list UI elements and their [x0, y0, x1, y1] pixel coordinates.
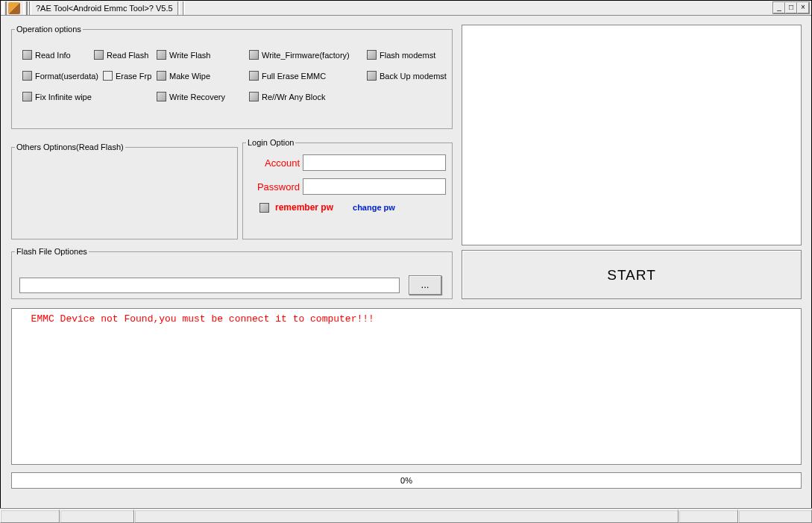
checkbox-icon — [94, 50, 104, 60]
checkbox-icon — [22, 50, 32, 60]
statusbar-cell-3 — [134, 510, 679, 523]
checkbox-label: Read Flash — [107, 51, 148, 60]
window-title: ?AE Tool<Android Emmc Tool>? V5.5 — [36, 4, 173, 13]
checkbox-label: Back Up modemst — [380, 72, 447, 81]
checkbox-write-recovery[interactable]: Write Recovery — [157, 92, 225, 101]
titlebar-sep-3 — [183, 1, 185, 15]
checkbox-label: Write Flash — [169, 51, 210, 60]
checkbox-full-erase-emmc[interactable]: Full Erase EMMC — [249, 71, 326, 81]
flash-file-group: Flash File Optiones ... — [11, 247, 453, 299]
statusbar — [0, 508, 812, 523]
checkbox-icon — [103, 71, 113, 81]
password-row: Password — [249, 178, 446, 195]
checkbox-write-firmware[interactable]: Write_Firmware(factory) — [249, 50, 350, 60]
progress-text: 0% — [400, 476, 412, 485]
flash-file-path-input[interactable] — [19, 278, 400, 293]
login-option-group: Login Option Account Password remember p… — [242, 138, 453, 239]
checkbox-icon — [22, 92, 32, 101]
minimize-button[interactable]: _ — [773, 2, 785, 13]
app-icon — [8, 2, 20, 14]
checkbox-fix-infinite-wipe[interactable]: Fix Infinite wipe — [22, 92, 92, 101]
checkbox-rewr-any-block[interactable]: Re//Wr Any Block — [249, 92, 325, 101]
checkbox-icon — [22, 71, 32, 81]
checkbox-write-flash[interactable]: Write Flash — [157, 50, 210, 60]
operation-options-group: Operation options Read Info Read Flash W… — [11, 25, 453, 129]
checkbox-label: Read Info — [35, 51, 71, 60]
checkbox-icon — [367, 50, 377, 60]
password-input[interactable] — [303, 178, 446, 195]
account-label: Account — [249, 157, 303, 169]
checkbox-format-userdata[interactable]: Format(userdata) — [22, 71, 98, 81]
close-button[interactable]: × — [797, 2, 809, 13]
titlebar-grip-2 — [23, 1, 28, 15]
main-area: Operation options Read Info Read Flash W… — [1, 16, 811, 507]
checkbox-label: Flash modemst — [380, 51, 435, 60]
maximize-button[interactable]: □ — [785, 2, 797, 13]
others-options-legend: Others Optinons(Read Flash) — [15, 143, 125, 151]
checkbox-icon — [249, 92, 259, 101]
flash-file-legend: Flash File Optiones — [15, 247, 89, 256]
statusbar-cell-4 — [679, 510, 738, 523]
checkbox-label: Full Erase EMMC — [262, 72, 326, 81]
log-output: EMMC Device not Found,you must be connec… — [11, 308, 802, 465]
checkbox-icon — [249, 50, 259, 60]
checkbox-backup-modemst[interactable]: Back Up modemst — [367, 71, 447, 81]
checkbox-remember-pw[interactable]: remember pw — [259, 202, 333, 213]
others-options-group: Others Optinons(Read Flash) — [11, 143, 238, 239]
checkbox-icon — [259, 203, 269, 213]
account-row: Account — [249, 154, 446, 171]
browse-button[interactable]: ... — [409, 275, 441, 295]
checkbox-read-info[interactable]: Read Info — [22, 50, 71, 60]
checkbox-label: Make Wipe — [169, 72, 210, 81]
titlebar-sep-2 — [177, 1, 180, 15]
password-label: Password — [249, 181, 303, 192]
statusbar-cell-2 — [60, 510, 134, 523]
operation-options-legend: Operation options — [15, 25, 83, 34]
checkbox-label: Write Recovery — [169, 93, 225, 101]
statusbar-cell-1 — [0, 510, 60, 523]
start-button[interactable]: START — [462, 250, 802, 299]
titlebar: ?AE Tool<Android Emmc Tool>? V5.5 _ □ × — [1, 1, 811, 16]
progress-bar: 0% — [11, 472, 802, 489]
checkbox-label: Erase Frp — [116, 72, 151, 81]
checkbox-icon — [367, 71, 377, 81]
checkbox-flash-modemst[interactable]: Flash modemst — [367, 50, 435, 60]
flash-file-row: ... — [19, 275, 441, 295]
preview-panel — [462, 25, 802, 245]
titlebar-sep — [29, 1, 31, 15]
checkbox-label: Format(userdata) — [35, 72, 98, 81]
window-controls: _ □ × — [772, 1, 810, 14]
checkbox-icon — [157, 71, 166, 81]
change-pw-link[interactable]: change pw — [353, 203, 395, 212]
checkbox-make-wipe[interactable]: Make Wipe — [157, 71, 210, 81]
checkbox-label: Fix Infinite wipe — [35, 93, 92, 101]
statusbar-cell-5 — [738, 510, 812, 523]
remember-row: remember pw change pw — [259, 202, 446, 213]
checkbox-icon — [249, 71, 259, 81]
account-input[interactable] — [303, 154, 446, 171]
titlebar-grip — [2, 1, 7, 15]
remember-label: remember pw — [275, 202, 333, 213]
checkbox-label: Re//Wr Any Block — [262, 93, 325, 101]
login-option-legend: Login Option — [246, 138, 295, 147]
checkbox-erase-frp[interactable]: Erase Frp — [103, 71, 151, 81]
checkbox-label: Write_Firmware(factory) — [262, 51, 350, 60]
checkbox-icon — [157, 50, 166, 60]
checkbox-icon — [157, 92, 166, 101]
checkbox-read-flash[interactable]: Read Flash — [94, 50, 148, 60]
